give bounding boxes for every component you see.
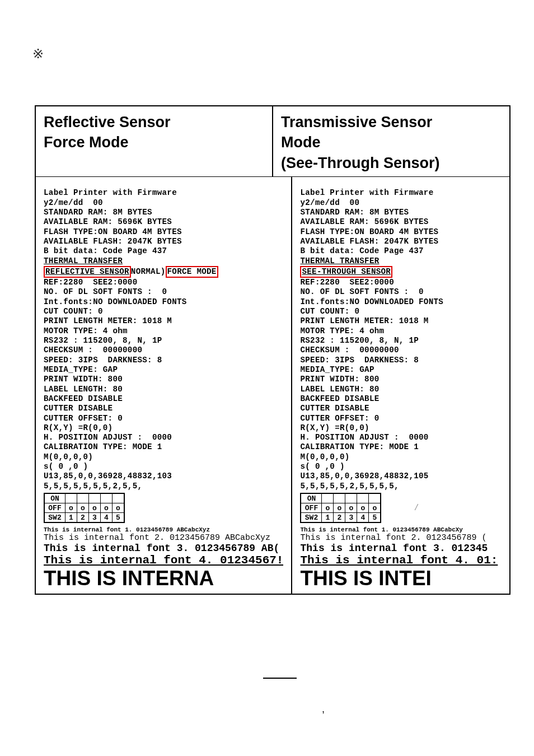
see-through-sensor-highlight: SEE-THROUGH SENSOR <box>300 266 392 278</box>
font-sample-line: This is internal font 4. 01: <box>300 554 502 567</box>
dip-num: 1 <box>65 513 77 523</box>
reflective-heading-2: Force Mode <box>44 132 264 152</box>
font-sample-line: THIS IS INTERNA <box>44 567 283 590</box>
dip-num: 4 <box>357 513 369 523</box>
dip-sw2-label: SW2 <box>44 513 65 523</box>
force-mode-highlight: FORCE MODE <box>166 266 218 278</box>
font-sample-line: This is internal font 2. 0123456789 ABCa… <box>44 533 283 543</box>
transmissive-heading-1: Transmissive Sensor <box>281 112 502 132</box>
dip-num: 5 <box>369 513 381 523</box>
dip-num: 5 <box>113 513 125 523</box>
dip-on-label: ON <box>301 493 322 503</box>
transmissive-heading-2: Mode <box>281 132 502 152</box>
dip-num: 2 <box>77 513 89 523</box>
reflective-dump: Label Printer with Firmware y2/me/dd 00 … <box>44 183 283 491</box>
transmissive-dump: Label Printer with Firmware y2/me/dd 00 … <box>300 183 502 491</box>
font-sample-line: This is internal font 3. 012345 <box>300 543 502 554</box>
transmissive-dip-switch: ON OFF SW2 1 2 3 4 5 <box>300 493 381 523</box>
footer-rule <box>263 678 297 679</box>
reference-mark-icon: ※ <box>32 46 44 62</box>
reflective-dip-switch: ON OFF SW2 1 2 3 4 5 <box>44 493 125 523</box>
dip-on-label: ON <box>44 493 65 503</box>
reflective-header-cell: Reflective Sensor Force Mode <box>36 106 273 177</box>
font-sample-line: This is internal font 3. 0123456789 AB( <box>44 543 283 554</box>
side-mark: / <box>415 502 417 512</box>
font-sample-line: This is internal font 2. 0123456789 ( <box>300 533 502 543</box>
transmissive-font-samples: This is internal font 1. 0123456789 ABCa… <box>300 523 502 590</box>
dip-off-label: OFF <box>301 503 322 513</box>
transmissive-dump-cell: Label Printer with Firmware y2/me/dd 00 … <box>292 177 509 594</box>
dip-num: 3 <box>89 513 101 523</box>
reflective-sensor-highlight: REFLECTIVE SENSOR <box>44 266 131 278</box>
font-sample-line: This is internal font 1. 0123456789 ABCa… <box>300 526 502 533</box>
dip-num: 1 <box>322 513 334 523</box>
dip-sw2-label: SW2 <box>301 513 322 523</box>
dip-num: 2 <box>334 513 345 523</box>
footer-comma: , <box>322 703 325 715</box>
font-sample-line: This is internal font 1. 0123456789 ABCa… <box>44 526 283 533</box>
reflective-heading-1: Reflective Sensor <box>44 112 264 132</box>
dip-num: 4 <box>101 513 113 523</box>
dip-num: 3 <box>345 513 357 523</box>
font-sample-line: This is internal font 4. 01234567! <box>44 554 283 567</box>
reflective-font-samples: This is internal font 1. 0123456789 ABCa… <box>44 523 283 590</box>
transmissive-heading-3: (See-Through Sensor) <box>281 153 502 173</box>
font-sample-line: THIS IS INTEI <box>300 567 502 590</box>
dip-off-label: OFF <box>44 503 65 513</box>
transmissive-header-cell: Transmissive Sensor Mode (See-Through Se… <box>273 106 509 177</box>
reflective-dump-cell: Label Printer with Firmware y2/me/dd 00 … <box>36 177 292 594</box>
sensor-comparison-table: Reflective Sensor Force Mode Transmissiv… <box>35 105 510 595</box>
